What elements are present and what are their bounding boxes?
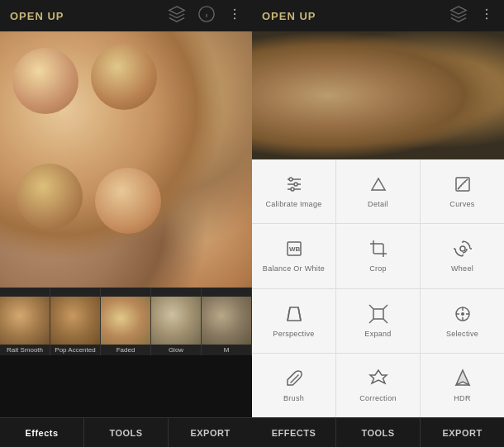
wheel-label: Wheel [451, 264, 473, 273]
svg-point-5 [234, 17, 235, 19]
detail-label: Detail [368, 200, 388, 208]
funko-face-3 [17, 164, 83, 230]
calibrate-label: Calibrate Image [265, 200, 321, 208]
triangle-icon [368, 174, 388, 197]
thumb-label: Glow [151, 345, 201, 355]
selective-label: Selective [446, 330, 478, 338]
thumb-label: M [202, 345, 251, 355]
right-bottom-bar: EFFECTS TOOLS EXPORT [252, 417, 504, 447]
right-image [252, 31, 504, 159]
thumb-img [202, 297, 251, 345]
svg-line-24 [369, 321, 371, 323]
svg-line-22 [369, 305, 371, 307]
svg-point-12 [289, 178, 292, 181]
funko-face-1 [12, 48, 78, 114]
tools-tab-left[interactable]: TOOLS [84, 418, 169, 447]
correction-icon [368, 369, 388, 391]
main-image [0, 31, 252, 288]
hdr-label: HDR [454, 394, 470, 402]
svg-line-25 [386, 321, 388, 323]
thumbnail-item[interactable]: M [202, 288, 252, 355]
crop-tool[interactable]: Crop [336, 224, 420, 288]
selective-tool[interactable]: Selective [421, 289, 504, 353]
thumbnail-item[interactable]: Pop Accented [50, 288, 101, 355]
wb-icon: WB [284, 239, 304, 261]
svg-point-3 [234, 9, 235, 11]
tools-grid: Calibrate Image Detail Curves [252, 159, 504, 417]
svg-point-6 [486, 9, 487, 11]
expand-label: Expand [364, 330, 391, 338]
brush-tool[interactable]: Brush [252, 354, 335, 417]
left-header: OPEN UP [0, 0, 252, 31]
app-title-left: OPEN UP [10, 10, 64, 22]
left-bottom-bar: Effects TOOLS EXPORT [0, 417, 252, 447]
export-tab-left[interactable]: EXPORT [169, 418, 252, 447]
svg-point-8 [486, 17, 487, 19]
left-header-icons [168, 5, 242, 26]
thumb-label: Rait Smooth [0, 345, 50, 355]
svg-line-19 [288, 307, 290, 321]
app-title-right: OPEN UP [262, 10, 316, 22]
svg-line-20 [298, 307, 301, 321]
selective-icon [453, 304, 473, 326]
curves-label: Curves [449, 200, 474, 208]
crop-icon [368, 239, 388, 261]
thumb-img [0, 297, 50, 345]
perspective-icon [284, 304, 304, 326]
curves-tool[interactable]: Curves [421, 159, 504, 223]
funko-face-4 [95, 168, 161, 234]
more-icon-right[interactable] [479, 7, 494, 25]
svg-point-18 [460, 246, 465, 251]
export-tab-right[interactable]: EXPORT [421, 418, 504, 447]
svg-point-4 [234, 13, 235, 15]
svg-rect-21 [373, 309, 383, 319]
right-image-bg [252, 31, 504, 159]
correction-tool[interactable]: Correction [336, 354, 420, 417]
svg-point-14 [291, 188, 294, 191]
thumb-label: Faded [101, 345, 150, 355]
right-panel: OPEN UP [252, 0, 504, 447]
brush-icon [284, 369, 304, 391]
right-header-icons [449, 5, 494, 26]
hdr-icon [453, 369, 473, 391]
perspective-label: Perspective [273, 330, 314, 338]
calibrate-tool[interactable]: Calibrate Image [252, 159, 335, 223]
perspective-tool[interactable]: Perspective [252, 289, 335, 353]
thumbnail-item[interactable]: Rait Smooth [0, 288, 50, 355]
thumb-img [50, 297, 100, 345]
wheel-icon [453, 239, 473, 261]
detail-tool[interactable]: Detail [336, 159, 420, 223]
layers-icon-right[interactable] [449, 5, 468, 26]
effects-tab-right[interactable]: EFFECTS [252, 418, 336, 447]
svg-text:WB: WB [289, 245, 301, 253]
info-icon-left[interactable] [197, 5, 216, 26]
sliders-icon [284, 174, 304, 197]
expand-tool[interactable]: Expand [336, 289, 420, 353]
correction-label: Correction [359, 394, 397, 402]
funko-face-2 [91, 44, 157, 110]
hdr-tool[interactable]: HDR [421, 354, 504, 417]
wheel-tool[interactable]: Wheel [421, 224, 504, 288]
svg-point-7 [486, 13, 487, 15]
left-panel: OPEN UP [0, 0, 252, 447]
right-header: OPEN UP [252, 0, 504, 31]
thumb-img [151, 297, 201, 345]
tools-tab-right[interactable]: TOOLS [336, 418, 421, 447]
svg-line-23 [386, 305, 388, 307]
whitebalance-tool[interactable]: WB Balance Or White [252, 224, 335, 288]
svg-point-13 [294, 183, 297, 186]
crop-label: Crop [369, 264, 387, 273]
thumb-img [101, 297, 150, 345]
brush-label: Brush [283, 394, 304, 402]
thumb-label: Pop Accented [50, 345, 100, 355]
svg-point-27 [461, 312, 464, 316]
curves-icon [453, 174, 473, 197]
thumbnail-strip: Rait Smooth Pop Accented Faded Glow M [0, 288, 252, 355]
thumbnail-item[interactable]: Faded [101, 288, 151, 355]
thumbnail-item[interactable]: Glow [151, 288, 202, 355]
whitebalance-label: Balance Or White [263, 264, 325, 273]
main-image-bg [0, 31, 252, 288]
more-icon-left[interactable] [227, 7, 242, 25]
effects-tab[interactable]: Effects [0, 418, 84, 447]
layers-icon-left[interactable] [168, 5, 186, 26]
